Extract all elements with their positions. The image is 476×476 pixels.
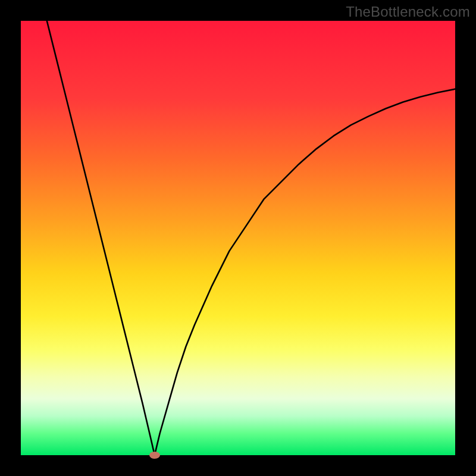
watermark-text: TheBottleneck.com — [346, 4, 470, 20]
bottleneck-curve — [21, 21, 455, 455]
chart-frame: TheBottleneck.com — [0, 0, 476, 476]
plot-area — [21, 21, 455, 455]
optimal-point-marker — [149, 452, 160, 459]
